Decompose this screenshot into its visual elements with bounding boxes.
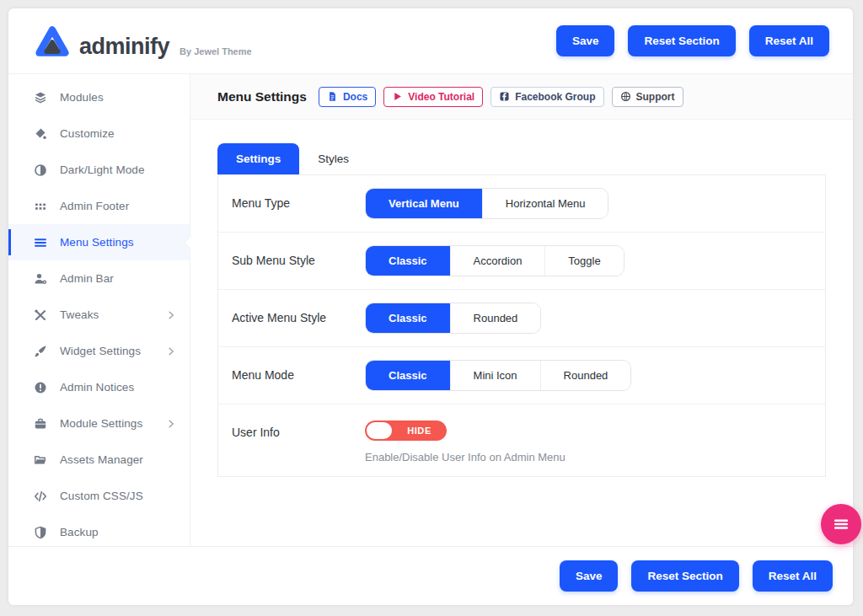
sidebar-item-label: Admin Notices (60, 381, 176, 394)
active-menu-style-option-rounded[interactable]: Rounded (450, 303, 541, 333)
facebook-icon (499, 91, 510, 102)
toggle-knob (367, 422, 392, 439)
footer-actions: SaveReset SectionReset All (560, 560, 833, 592)
user-gear-icon (34, 272, 47, 286)
sidebar: ModulesCustomizeDark/Light ModeAdmin Foo… (8, 74, 190, 546)
header-reset-all-button[interactable]: Reset All (749, 25, 829, 56)
tab-bar: SettingsStyles (217, 143, 826, 174)
app-footer: SaveReset SectionReset All (8, 546, 853, 605)
header-save-button[interactable]: Save (556, 25, 615, 56)
chevron-right-icon (166, 310, 176, 320)
setting-control: Vertical MenuHorizontal Menu (365, 188, 812, 219)
sidebar-item-menu-settings[interactable]: Menu Settings (8, 224, 190, 260)
sidebar-item-label: Backup (60, 526, 176, 538)
toggle-state-label: HIDE (392, 426, 447, 436)
sidebar-item-label: Assets Manager (60, 453, 176, 466)
content-inner: SettingsStyles Menu TypeVertical MenuHor… (190, 120, 853, 477)
sidebar-item-label: Modules (60, 91, 176, 104)
active-menu-style-segmented-control: ClassicRounded (365, 303, 541, 334)
user-info-toggle[interactable]: HIDE (365, 420, 447, 441)
sub-menu-style-option-classic[interactable]: Classic (366, 246, 450, 276)
badge-row: DocsVideo TutorialFacebook GroupSupport (319, 87, 683, 107)
settings-panel: Menu TypeVertical MenuHorizontal MenuSub… (217, 174, 826, 477)
layers-icon (34, 91, 47, 104)
play-icon (392, 91, 403, 102)
fab-menu-button[interactable] (821, 504, 861, 544)
badge-video-tutorial[interactable]: Video Tutorial (383, 87, 483, 107)
menu-type-option-vertical-menu[interactable]: Vertical Menu (366, 189, 482, 218)
badge-label: Docs (343, 91, 367, 103)
badge-label: Facebook Group (515, 91, 595, 103)
sub-menu-style-option-toggle[interactable]: Toggle (544, 246, 623, 276)
setting-label: User Info (232, 417, 365, 463)
tab-styles[interactable]: Styles (299, 143, 367, 174)
sidebar-item-label: Admin Footer (60, 200, 176, 212)
badge-label: Support (636, 91, 675, 103)
sidebar-item-admin-footer[interactable]: Admin Footer (8, 188, 190, 224)
menu-type-segmented-control: Vertical MenuHorizontal Menu (365, 188, 608, 219)
menu-mode-option-mini-icon[interactable]: Mini Icon (450, 361, 540, 390)
page: adminify By Jewel Theme SaveReset Sectio… (0, 0, 863, 616)
badge-facebook-group[interactable]: Facebook Group (490, 87, 603, 107)
header-reset-section-button[interactable]: Reset Section (628, 25, 735, 56)
globe-icon (620, 91, 631, 102)
sidebar-item-label: Module Settings (60, 417, 166, 430)
footer-reset-section-button[interactable]: Reset Section (631, 560, 738, 592)
sidebar-item-module-settings[interactable]: Module Settings (8, 405, 190, 442)
sidebar-item-widget-settings[interactable]: Widget Settings (8, 333, 190, 369)
tools-icon (34, 308, 47, 322)
grid-icon (34, 200, 47, 213)
header-actions: SaveReset SectionReset All (556, 25, 829, 56)
sidebar-item-admin-notices[interactable]: Admin Notices (8, 369, 190, 405)
footer-reset-all-button[interactable]: Reset All (753, 560, 833, 592)
doc-icon (327, 91, 338, 102)
app-window: adminify By Jewel Theme SaveReset Sectio… (8, 8, 853, 605)
setting-row-sub-menu-style: Sub Menu StyleClassicAccordionToggle (218, 233, 825, 290)
chevron-right-icon (166, 419, 176, 429)
sidebar-item-label: Custom CSS/JS (60, 490, 176, 502)
hamburger-icon (833, 516, 850, 533)
sidebar-item-admin-bar[interactable]: Admin Bar (8, 260, 190, 297)
menu-icon (34, 236, 47, 249)
setting-label: Menu Mode (232, 360, 365, 391)
code-icon (34, 490, 47, 503)
content-header: Menu Settings DocsVideo TutorialFacebook… (190, 74, 853, 120)
briefcase-icon (34, 417, 47, 431)
menu-mode-option-rounded[interactable]: Rounded (540, 361, 631, 390)
badge-docs[interactable]: Docs (319, 87, 376, 107)
sidebar-item-label: Tweaks (60, 308, 166, 321)
sub-menu-style-option-accordion[interactable]: Accordion (450, 246, 545, 276)
brand-tagline: By Jewel Theme (178, 46, 252, 58)
menu-type-option-horizontal-menu[interactable]: Horizontal Menu (482, 189, 608, 218)
sidebar-item-custom-css-js[interactable]: Custom CSS/JS (8, 478, 190, 514)
active-menu-style-option-classic[interactable]: Classic (366, 303, 450, 333)
footer-save-button[interactable]: Save (560, 560, 619, 592)
sidebar-item-modules[interactable]: Modules (8, 79, 190, 115)
setting-description: Enable/Disable User Info on Admin Menu (365, 451, 812, 463)
setting-control: ClassicMini IconRounded (365, 360, 812, 391)
paint-icon (34, 127, 47, 141)
badge-support[interactable]: Support (612, 87, 683, 107)
tab-settings[interactable]: Settings (217, 143, 299, 174)
sub-menu-style-segmented-control: ClassicAccordionToggle (365, 245, 624, 276)
sidebar-item-customize[interactable]: Customize (8, 115, 190, 152)
setting-control: ClassicRounded (365, 303, 812, 334)
setting-row-menu-type: Menu TypeVertical MenuHorizontal Menu (218, 175, 825, 233)
setting-row-active-menu-style: Active Menu StyleClassicRounded (218, 290, 825, 347)
sidebar-item-tweaks[interactable]: Tweaks (8, 297, 190, 333)
info-icon (34, 381, 47, 394)
sidebar-item-dark-light-mode[interactable]: Dark/Light Mode (8, 152, 190, 188)
sidebar-item-assets-manager[interactable]: Assets Manager (8, 442, 190, 478)
setting-row-user-info: User InfoHIDEEnable/Disable User Info on… (218, 404, 825, 476)
app-header: adminify By Jewel Theme SaveReset Sectio… (8, 8, 853, 74)
shield-icon (34, 526, 47, 539)
app-body: ModulesCustomizeDark/Light ModeAdmin Foo… (8, 74, 853, 546)
page-title: Menu Settings (217, 89, 307, 104)
sidebar-item-label: Admin Bar (60, 272, 176, 285)
sidebar-item-backup[interactable]: Backup (8, 514, 190, 550)
menu-mode-segmented-control: ClassicMini IconRounded (365, 360, 631, 391)
setting-label: Active Menu Style (232, 303, 365, 334)
menu-mode-option-classic[interactable]: Classic (366, 361, 450, 390)
sidebar-item-label: Menu Settings (60, 236, 176, 249)
setting-label: Menu Type (232, 188, 365, 219)
